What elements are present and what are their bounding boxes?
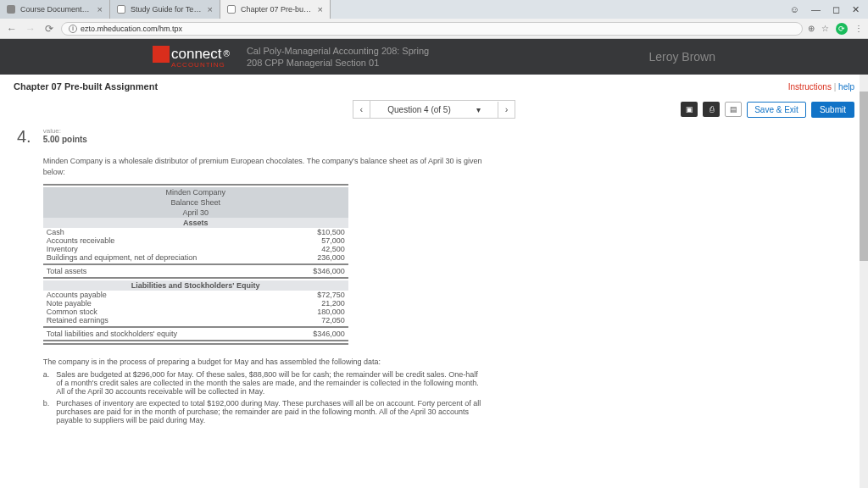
- zoom-icon[interactable]: ⊕: [808, 24, 815, 33]
- extension-icon[interactable]: ⟳: [836, 23, 848, 35]
- tab-favicon: [117, 5, 125, 14]
- tab-favicon: [227, 5, 236, 14]
- browser-tab[interactable]: Course Documents – MH ×: [0, 0, 110, 19]
- brand-bar: connect ® ACCOUNTING Cal Poly-Managerial…: [0, 39, 868, 75]
- question-label: Question 4 (of 5): [387, 105, 450, 114]
- close-icon[interactable]: ×: [97, 4, 103, 14]
- table-row: Inventory42,500: [43, 245, 348, 253]
- course-title: Cal Poly-Managerial Accounting 208: Spri…: [247, 45, 632, 69]
- back-icon[interactable]: ←: [5, 23, 19, 35]
- url-input[interactable]: i ezto.mheducation.com/hm.tpx: [61, 22, 803, 36]
- assignment-title: Chapter 07 Pre-built Assignment: [14, 81, 158, 92]
- list-item: b. Purchases of inventory are expected t…: [43, 399, 484, 424]
- action-buttons: ▣ ⎙ ▤ Save & Exit Submit: [681, 102, 854, 118]
- question-selector[interactable]: Question 4 (of 5) ▾: [370, 102, 498, 118]
- liab-heading: Liabilities and Stockholders' Equity: [43, 280, 348, 291]
- brand-logo: connect ® ACCOUNTING: [153, 46, 230, 69]
- maximize-icon[interactable]: ◻: [832, 4, 840, 15]
- browser-tabs: Course Documents – MH × Study Guide for …: [0, 0, 331, 19]
- brand-name: connect: [171, 46, 222, 63]
- course-line2: 208 CPP Managerial Section 01: [247, 57, 632, 69]
- table-row: Cash$10,500: [43, 228, 348, 236]
- browser-titlebar: Course Documents – MH × Study Guide for …: [0, 0, 868, 19]
- forward-icon[interactable]: →: [24, 23, 37, 35]
- item-text: Purchases of inventory are expected to t…: [56, 399, 483, 424]
- assets-heading: Assets: [43, 218, 348, 228]
- bs-date: April 30: [43, 208, 348, 218]
- tab-favicon: [7, 5, 15, 14]
- user-icon[interactable]: ☺: [790, 4, 799, 15]
- value-label: value:: [43, 127, 484, 135]
- close-window-icon[interactable]: ✕: [852, 4, 860, 15]
- total-liab-row: Total liabilities and stockholders' equi…: [43, 330, 348, 338]
- assignment-header: Chapter 07 Pre-built Assignment Instruct…: [14, 80, 854, 97]
- question-intro: Minden Company is a wholesale distributo…: [43, 156, 484, 177]
- url-text: ezto.mheducation.com/hm.tpx: [81, 25, 182, 33]
- minimize-icon[interactable]: —: [811, 4, 821, 15]
- bs-title: Balance Sheet: [43, 197, 348, 208]
- window-controls: ☺ — ◻ ✕: [782, 4, 868, 15]
- followup-intro: The company is in the process of prepari…: [43, 357, 484, 367]
- points: 5.00 points: [43, 135, 484, 144]
- instructions-link[interactable]: Instructions: [788, 82, 832, 92]
- help-links: Instructions | help: [788, 82, 854, 92]
- addr-right-icons: ⊕ ☆ ⟳ ⋮: [808, 23, 863, 35]
- table-row: Accounts payable$72,750: [43, 291, 348, 299]
- table-row: Buildings and equipment, net of deprecia…: [43, 253, 348, 262]
- total-assets-row: Total assets$346,000: [43, 267, 348, 275]
- camera-icon[interactable]: ▣: [681, 102, 698, 117]
- user-name: Leroy Brown: [648, 50, 715, 64]
- tab-title: Course Documents – MH: [20, 5, 92, 14]
- browser-tab[interactable]: Study Guide for Test-2- ×: [110, 0, 220, 19]
- mh-logo-icon: [153, 46, 170, 63]
- list-item: a. Sales are budgeted at $296,000 for Ma…: [43, 370, 484, 396]
- item-marker: a.: [43, 370, 50, 396]
- item-text: Sales are budgeted at $296,000 for May. …: [56, 370, 483, 396]
- question-number: 4.: [17, 127, 31, 424]
- table-row: Retained earnings72,050: [43, 316, 348, 324]
- balance-sheet: Minden Company Balance Sheet April 30 As…: [43, 184, 348, 345]
- close-icon[interactable]: ×: [208, 4, 213, 14]
- save-exit-button[interactable]: Save & Exit: [747, 102, 806, 118]
- browser-tab-active[interactable]: Chapter 07 Pre-built Ass ×: [220, 0, 331, 19]
- references-icon[interactable]: ▤: [725, 102, 742, 117]
- next-question-button[interactable]: ›: [498, 101, 515, 118]
- menu-icon[interactable]: ⋮: [854, 24, 863, 33]
- main-content: Chapter 07 Pre-built Assignment Instruct…: [0, 75, 868, 488]
- chevron-down-icon: ▾: [476, 105, 481, 114]
- table-row: Common stock180,000: [43, 308, 348, 316]
- tab-title: Chapter 07 Pre-built Ass: [241, 5, 313, 14]
- tab-title: Study Guide for Test-2-: [131, 5, 203, 14]
- question-content: value: 5.00 points Minden Company is a w…: [43, 127, 484, 424]
- question-nav: ‹ Question 4 (of 5) ▾ ›: [353, 100, 516, 119]
- table-row: Accounts receivable57,000: [43, 236, 348, 245]
- prev-question-button[interactable]: ‹: [353, 101, 371, 118]
- star-icon[interactable]: ☆: [821, 24, 829, 33]
- question-body: 4. value: 5.00 points Minden Company is …: [14, 127, 854, 424]
- print-icon[interactable]: ⎙: [703, 102, 720, 117]
- submit-button[interactable]: Submit: [811, 102, 854, 118]
- close-icon[interactable]: ×: [318, 4, 323, 14]
- question-nav-row: ‹ Question 4 (of 5) ▾ › ▣ ⎙ ▤ Save & Exi…: [14, 97, 854, 127]
- scrollbar-thumb[interactable]: [860, 92, 868, 261]
- bs-company: Minden Company: [43, 187, 348, 197]
- info-icon[interactable]: i: [69, 25, 77, 33]
- address-bar: ← → ⟳ i ezto.mheducation.com/hm.tpx ⊕ ☆ …: [0, 19, 868, 39]
- course-line1: Cal Poly-Managerial Accounting 208: Spri…: [247, 45, 632, 57]
- reload-icon[interactable]: ⟳: [42, 23, 56, 35]
- item-marker: b.: [43, 399, 50, 424]
- brand-sub: ACCOUNTING: [171, 61, 230, 69]
- scrollbar[interactable]: [860, 75, 868, 488]
- help-link[interactable]: help: [838, 82, 854, 92]
- table-row: Note payable21,200: [43, 299, 348, 308]
